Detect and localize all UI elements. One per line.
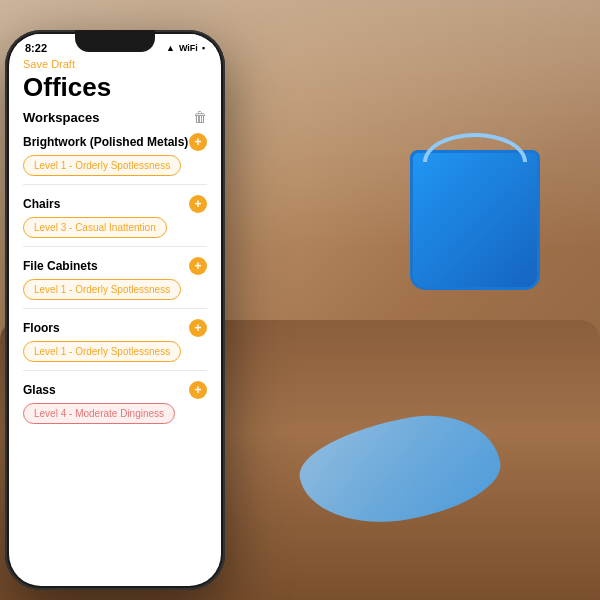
level-badge[interactable]: Level 1 - Orderly Spotlessness [23, 155, 181, 176]
add-workspace-button[interactable]: + [189, 381, 207, 399]
workspace-item: Chairs + Level 3 - Casual Inattention [23, 195, 207, 247]
workspace-name-row: Brightwork (Polished Metals) + [23, 133, 207, 151]
workspace-name-row: File Cabinets + [23, 257, 207, 275]
workspace-item: File Cabinets + Level 1 - Orderly Spotle… [23, 257, 207, 309]
add-workspace-button[interactable]: + [189, 133, 207, 151]
status-icons: ▲ WiFi ▪ [166, 43, 205, 53]
add-workspace-button[interactable]: + [189, 257, 207, 275]
add-workspace-button[interactable]: + [189, 195, 207, 213]
phone: 8:22 ▲ WiFi ▪ Save Draft Offices Workspa… [5, 30, 225, 590]
section-header: Workspaces 🗑 [23, 109, 207, 125]
workspace-name: Floors [23, 321, 60, 335]
level-badge[interactable]: Level 3 - Casual Inattention [23, 217, 167, 238]
level-badge[interactable]: Level 1 - Orderly Spotlessness [23, 341, 181, 362]
workspace-item: Glass + Level 4 - Moderate Dinginess [23, 381, 207, 424]
cleaning-bucket [410, 150, 540, 290]
status-time: 8:22 [25, 42, 47, 54]
phone-notch [75, 30, 155, 52]
phone-screen: 8:22 ▲ WiFi ▪ Save Draft Offices Workspa… [9, 34, 221, 586]
section-title: Workspaces [23, 110, 99, 125]
level-badge[interactable]: Level 4 - Moderate Dinginess [23, 403, 175, 424]
page-title: Offices [23, 72, 207, 103]
workspace-name-row: Chairs + [23, 195, 207, 213]
divider [23, 308, 207, 309]
phone-body: 8:22 ▲ WiFi ▪ Save Draft Offices Workspa… [5, 30, 225, 590]
level-badge[interactable]: Level 1 - Orderly Spotlessness [23, 279, 181, 300]
workspace-name-row: Floors + [23, 319, 207, 337]
workspace-name: Chairs [23, 197, 60, 211]
save-draft-link[interactable]: Save Draft [23, 58, 207, 70]
divider [23, 246, 207, 247]
workspace-name: Glass [23, 383, 56, 397]
divider [23, 184, 207, 185]
workspace-name-row: Glass + [23, 381, 207, 399]
add-workspace-button[interactable]: + [189, 319, 207, 337]
wifi-icon: WiFi [179, 43, 198, 53]
signal-icon: ▲ [166, 43, 175, 53]
workspace-name: File Cabinets [23, 259, 98, 273]
workspace-name: Brightwork (Polished Metals) [23, 135, 188, 149]
delete-icon[interactable]: 🗑 [193, 109, 207, 125]
workspace-list: Brightwork (Polished Metals) + Level 1 -… [23, 133, 207, 424]
workspace-item: Floors + Level 1 - Orderly Spotlessness [23, 319, 207, 371]
app-content: Save Draft Offices Workspaces 🗑 Brightwo… [9, 58, 221, 578]
battery-icon: ▪ [202, 43, 205, 53]
divider [23, 370, 207, 371]
workspace-item: Brightwork (Polished Metals) + Level 1 -… [23, 133, 207, 185]
